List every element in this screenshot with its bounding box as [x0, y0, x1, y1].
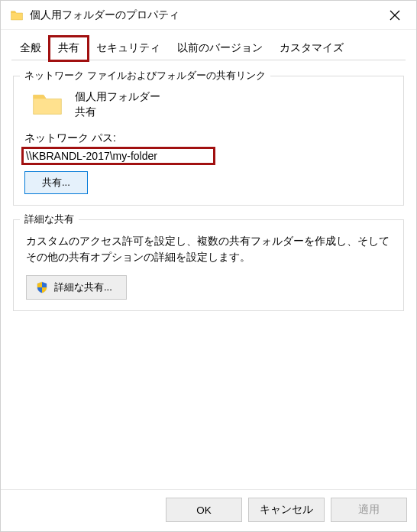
folder-icon [10, 8, 24, 22]
tab-content: ネットワーク ファイルおよびフォルダーの共有リンク 個人用フォルダー 共有 ネッ… [1, 60, 416, 489]
ok-button[interactable]: OK [166, 498, 242, 522]
advanced-sharing-button[interactable]: 詳細な共有... [26, 275, 127, 300]
advanced-sharing-legend: 詳細な共有 [20, 212, 79, 226]
folder-share-state: 共有 [75, 105, 160, 119]
advanced-sharing-button-label: 詳細な共有... [54, 281, 112, 294]
tab-general[interactable]: 全般 [11, 37, 50, 60]
properties-dialog: 個人用フォルダーのプロパティ 全般 共有 セキュリティ 以前のバージョン カスタ… [0, 0, 417, 532]
advanced-sharing-group: 詳細な共有 カスタムのアクセス許可を設定し、複数の共有フォルダーを作成し、そして… [13, 219, 404, 311]
tab-previous-versions[interactable]: 以前のバージョン [169, 37, 271, 60]
network-sharing-legend: ネットワーク ファイルおよびフォルダーの共有リンク [20, 69, 270, 83]
folder-labels: 個人用フォルダー 共有 [75, 90, 160, 119]
share-button[interactable]: 共有... [24, 171, 88, 194]
network-path-value[interactable]: \\KBRANDL-2017\my-folder [23, 148, 214, 164]
network-sharing-group: ネットワーク ファイルおよびフォルダーの共有リンク 個人用フォルダー 共有 ネッ… [13, 76, 404, 206]
close-button[interactable] [380, 4, 410, 27]
tab-customize[interactable]: カスタマイズ [271, 37, 352, 60]
dialog-footer: OK キャンセル 適用 [1, 489, 416, 531]
tab-security[interactable]: セキュリティ [88, 37, 169, 60]
apply-button[interactable]: 適用 [331, 498, 407, 522]
close-icon [390, 10, 400, 21]
advanced-sharing-description: カスタムのアクセス許可を設定し、複数の共有フォルダーを作成し、そしてその他の共有… [23, 231, 394, 275]
titlebar: 個人用フォルダーのプロパティ [1, 1, 416, 30]
folder-summary: 個人用フォルダー 共有 [23, 87, 394, 127]
cancel-button[interactable]: キャンセル [248, 498, 325, 522]
window-title: 個人用フォルダーのプロパティ [30, 8, 380, 22]
folder-name: 個人用フォルダー [75, 90, 160, 104]
uac-shield-icon [36, 281, 48, 294]
network-path-label: ネットワーク パス: [24, 131, 394, 145]
tab-bar: 全般 共有 セキュリティ 以前のバージョン カスタマイズ [1, 30, 416, 60]
folder-large-icon [32, 90, 63, 118]
tab-sharing[interactable]: 共有 [50, 37, 88, 60]
